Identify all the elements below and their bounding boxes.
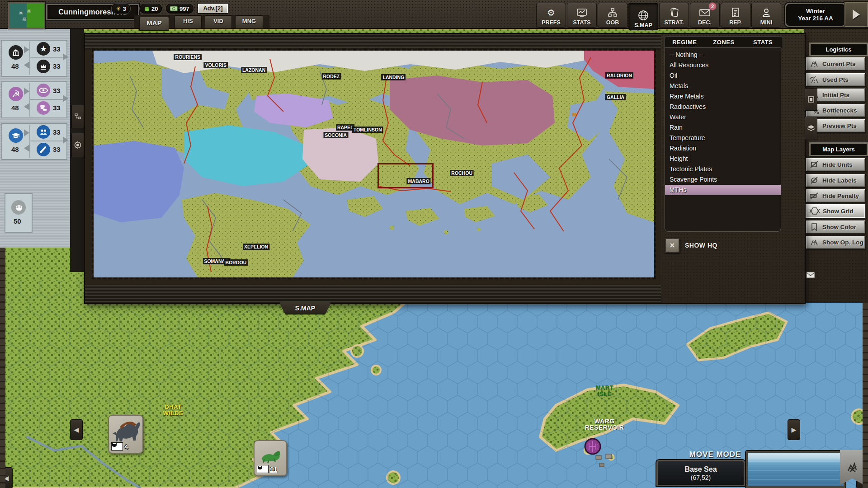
resource-credits[interactable]: 997 xyxy=(166,4,193,14)
grad-cap-icon xyxy=(9,128,23,143)
stat-group-culture[interactable]: 48 33 33 xyxy=(1,123,67,160)
used-pts-button[interactable]: Used Pts xyxy=(806,73,865,86)
layer-list: -- Nothing -- All Resources Oil Metals R… xyxy=(665,47,781,232)
terrain-preview-image[interactable] xyxy=(746,451,845,488)
arrow-right-icon xyxy=(24,88,29,95)
tab-zones[interactable]: ZONES xyxy=(704,37,744,48)
highway-graph-icon xyxy=(809,75,820,84)
check-x-icon: × xyxy=(670,241,675,250)
cards-icon xyxy=(669,7,679,19)
creature-unit-beast[interactable]: 4 xyxy=(108,415,143,454)
stat-value: 33 xyxy=(53,128,61,136)
layer-item[interactable]: Radioactives xyxy=(665,102,781,112)
hide-units-button[interactable]: Hide Units xyxy=(806,158,865,171)
show-hq-checkbox[interactable]: × xyxy=(665,238,679,253)
smap-button[interactable]: S.MAP xyxy=(628,3,658,30)
hide-tag-icon xyxy=(809,192,820,200)
mini-button[interactable]: MINI xyxy=(751,3,781,28)
map-label-warg-reservoir: WARGRESERVOIR xyxy=(585,418,624,431)
location-coords: (67,52) xyxy=(691,474,711,481)
tab-stats[interactable]: STATS xyxy=(743,37,783,48)
stat-group-politics[interactable]: ☭ 48 33 33 xyxy=(1,81,67,118)
stat-group-government[interactable]: 48 ★ 33 33 xyxy=(1,40,67,77)
stat-value: 48 xyxy=(11,104,19,112)
layer-item[interactable]: Oil xyxy=(665,70,781,81)
smap-window-tab[interactable]: S.MAP xyxy=(279,302,331,314)
region-label: ROCHOU xyxy=(450,170,474,176)
scroll-left-button[interactable]: ◀ xyxy=(70,419,83,440)
location-plate: Base Sea (67,52) xyxy=(656,460,745,486)
layer-item[interactable]: Temperature xyxy=(665,133,781,143)
year-label: Year 216 AA xyxy=(798,15,833,22)
layer-item[interactable]: -- Nothing -- xyxy=(665,50,781,60)
dec-count-badge: 2 xyxy=(708,2,717,10)
show-hq-control: × SHOW HQ xyxy=(665,238,717,253)
city-marker xyxy=(585,439,600,454)
region-label: GALLIA xyxy=(605,94,626,100)
map-layers-header: Map Layers xyxy=(809,142,868,156)
layer-item[interactable]: Radiation xyxy=(665,143,781,154)
end-turn-button[interactable] xyxy=(844,2,868,27)
money-icon xyxy=(170,6,178,11)
window-edge-org-button[interactable] xyxy=(71,105,84,128)
layer-item-selected[interactable]: MTHs xyxy=(665,185,781,195)
layer-item[interactable]: Metals xyxy=(665,81,781,91)
panel-tab-strip: REGIME ZONES STATS xyxy=(665,36,783,48)
smap-side-panel: REGIME ZONES STATS -- Nothing -- All Res… xyxy=(661,34,805,303)
prefs-button[interactable]: ⚙ PREFS xyxy=(536,3,566,28)
arrow-left-icon xyxy=(24,145,29,152)
map-label-mart-isle: MARTISLE xyxy=(595,385,613,397)
strat-button[interactable]: STRAT. xyxy=(659,3,689,28)
layer-item[interactable]: Water xyxy=(665,112,781,122)
tab-his[interactable]: HIS xyxy=(175,15,202,29)
tab-map[interactable]: MAP xyxy=(139,17,169,31)
bank-icon xyxy=(9,45,23,60)
stat-value: 48 xyxy=(11,145,19,153)
arrow-left-icon xyxy=(24,61,29,69)
hide-labels-button[interactable]: Hide Labels xyxy=(806,174,865,187)
rep-button[interactable]: REP. xyxy=(721,3,750,28)
tab-vid[interactable]: VID xyxy=(205,15,232,29)
adv-button[interactable]: Adv.[2] xyxy=(198,3,228,14)
eye-icon xyxy=(37,84,50,97)
region-label: LAZONAN xyxy=(241,67,267,73)
fist-icon xyxy=(144,6,150,12)
show-grid-button[interactable]: Show Grid xyxy=(806,204,865,218)
layer-item[interactable]: Height xyxy=(665,154,781,164)
layer-item[interactable]: Rain xyxy=(665,122,781,133)
layer-item[interactable]: Scavenge Points xyxy=(665,174,781,185)
stat-group-unrest[interactable]: 50 xyxy=(5,193,33,233)
region-label: RALORION xyxy=(605,72,633,79)
resource-political-points[interactable]: ☀ 3 xyxy=(112,4,130,14)
show-op-log-button[interactable]: Show Op. Log xyxy=(806,235,865,249)
creature-unit-lizard[interactable]: 11 xyxy=(254,440,287,476)
region-label: RODEZ xyxy=(321,73,341,80)
scroll-right-button[interactable]: ▶ xyxy=(788,419,800,440)
move-mode-label: MOVE MODE xyxy=(679,450,751,459)
tab-regime[interactable]: REGIME xyxy=(665,37,704,48)
stats-button[interactable]: STATS xyxy=(567,3,597,28)
oob-button[interactable]: OOB xyxy=(598,3,627,28)
target-icon xyxy=(74,141,82,149)
camera-viewport-rect[interactable] xyxy=(377,163,434,188)
tab-mng[interactable]: MNG xyxy=(235,15,263,29)
gear-icon: ⚙ xyxy=(547,7,555,19)
layer-item[interactable]: Tectonic Plates xyxy=(665,164,781,174)
dec-button[interactable]: DEC. 2 xyxy=(690,3,720,28)
layer-item[interactable]: Rare Metals xyxy=(665,91,781,102)
regime-flag[interactable]: ☠ ☠ ☠ xyxy=(8,2,45,29)
window-edge-target-button[interactable] xyxy=(71,133,84,157)
window-edge-square-button[interactable] xyxy=(805,88,817,111)
show-color-button[interactable]: Show Color xyxy=(806,220,865,234)
window-edge-layers-button[interactable] xyxy=(805,117,817,140)
layer-item[interactable]: All Resources xyxy=(665,60,781,70)
resource-fate-points[interactable]: 20 xyxy=(140,4,162,14)
mail-indicator[interactable] xyxy=(805,269,816,281)
hide-penalty-button[interactable]: Hide Penalty xyxy=(806,189,865,202)
current-pts-button[interactable]: Current Pts xyxy=(806,57,865,70)
hide-square-icon xyxy=(809,160,820,169)
strategic-map[interactable]: ROURIENS VOLORIS LAZONAN RODEZ LANDING R… xyxy=(94,51,654,277)
arrow-right-icon xyxy=(63,136,68,144)
stat-value: 33 xyxy=(53,104,61,112)
location-name: Base Sea xyxy=(684,465,717,474)
